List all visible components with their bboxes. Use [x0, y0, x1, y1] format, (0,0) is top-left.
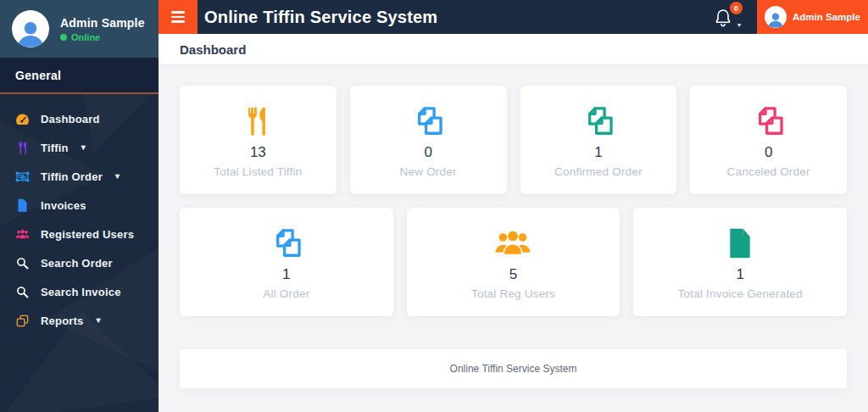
- caret-down-icon: ▾: [737, 21, 741, 29]
- sidebar-section-general: General: [0, 58, 159, 94]
- stat-value: 13: [250, 144, 266, 161]
- caret-down-icon: ▾: [115, 172, 120, 181]
- sidebar-item-invoices[interactable]: Invoices: [0, 191, 159, 220]
- caret-down-icon: ▾: [81, 143, 86, 152]
- stat-card-canceled-order: 0 Canceled Order: [690, 86, 847, 194]
- avatar: [12, 10, 49, 47]
- file-solid-icon: [727, 225, 753, 262]
- copy-pages-icon: [411, 103, 445, 140]
- file-icon: [15, 198, 30, 213]
- copy-pages-icon: [270, 225, 303, 262]
- sidebar-item-label: Reports: [41, 315, 84, 327]
- sidebar-item-tiffin-order[interactable]: Tiffin Order ▾: [0, 162, 159, 191]
- page-title: Dashboard: [159, 34, 868, 65]
- stat-value: 0: [424, 144, 431, 161]
- users-icon: [493, 225, 532, 262]
- sidebar-item-label: Tiffin: [41, 142, 69, 154]
- profile-name: Admin Sample: [60, 16, 145, 30]
- sidebar-item-label: Invoices: [41, 199, 86, 212]
- main-content: 13 Total Listed Tiffin 0 New Order 1 Con: [159, 65, 868, 412]
- stat-label: Total Invoice Generated: [678, 287, 803, 300]
- stat-label: Canceled Order: [727, 165, 810, 178]
- footer: Online Tiffin Service System: [180, 349, 847, 388]
- sidebar-item-label: Search Invoice: [41, 286, 121, 298]
- tachometer-icon: [15, 112, 30, 126]
- avatar: [765, 6, 787, 28]
- sidebar: Admin Sample Online General Dashboard: [0, 0, 159, 412]
- stats-row-2: 1 All Order 5 Total Reg Users: [180, 208, 847, 316]
- stat-label: Total Reg Users: [471, 287, 555, 300]
- sidebar-item-search-invoice[interactable]: Search Invoice: [0, 277, 159, 306]
- clone-icon: [15, 314, 30, 328]
- online-dot-icon: [60, 34, 67, 41]
- users-icon: [15, 227, 30, 242]
- stat-card-new-order: 0 New Order: [350, 86, 507, 194]
- stat-card-all-order: 1 All Order: [180, 208, 393, 316]
- app-title: Online Tiffin Service System: [204, 8, 437, 27]
- caret-down-icon: ▾: [97, 316, 101, 325]
- notification-badge: 0: [730, 2, 743, 14]
- user-menu-button[interactable]: Admin Sample ▾: [757, 0, 868, 34]
- stat-label: New Order: [400, 165, 457, 178]
- copy-pages-icon: [581, 103, 615, 140]
- stat-value: 1: [736, 266, 743, 283]
- stat-card-total-invoice-generated: 1 Total Invoice Generated: [633, 208, 847, 316]
- stat-label: Total Listed Tiffin: [214, 165, 302, 178]
- stat-value: 1: [594, 144, 602, 161]
- notifications-button[interactable]: 0 ▾: [715, 6, 737, 28]
- utensils-icon: [15, 141, 30, 155]
- topbar-user-name: Admin Sample: [793, 12, 860, 22]
- stat-card-confirmed-order: 1 Confirmed Order: [520, 86, 677, 194]
- sidebar-item-label: Dashboard: [41, 113, 100, 125]
- sidebar-item-tiffin[interactable]: Tiffin ▾: [0, 133, 159, 162]
- sidebar-item-label: Registered Users: [41, 228, 134, 241]
- stat-card-total-reg-users: 5 Total Reg Users: [407, 208, 620, 316]
- topbar: Online Tiffin Service System 0 ▾ Admin S…: [159, 0, 868, 34]
- sidebar-item-label: Search Order: [41, 257, 113, 270]
- bell-icon: [715, 8, 732, 27]
- sidebar-item-search-order[interactable]: Search Order: [0, 248, 159, 277]
- person-icon: [14, 17, 47, 47]
- copy-pages-icon: [752, 103, 786, 140]
- sidebar-item-label: Tiffin Order: [41, 170, 103, 183]
- sidebar-item-reports[interactable]: Reports ▾: [0, 306, 159, 335]
- hamburger-menu-button[interactable]: [159, 0, 198, 34]
- object-group-icon: [15, 170, 30, 184]
- sidebar-item-registered-users[interactable]: Registered Users: [0, 220, 159, 248]
- sidebar-item-dashboard[interactable]: Dashboard: [0, 104, 159, 133]
- stat-label: Confirmed Order: [554, 165, 643, 178]
- stat-value: 1: [282, 266, 290, 283]
- utensils-icon: [244, 103, 271, 140]
- stat-value: 5: [509, 266, 517, 283]
- profile-status: Online: [60, 32, 145, 42]
- online-status-label: Online: [71, 32, 100, 42]
- stats-row-1: 13 Total Listed Tiffin 0 New Order 1 Con: [180, 86, 847, 194]
- search-icon: [15, 285, 30, 299]
- sidebar-user-panel: Admin Sample Online: [0, 0, 159, 58]
- stat-label: All Order: [263, 287, 309, 300]
- sidebar-nav: Dashboard Tiffin ▾: [0, 94, 159, 335]
- person-icon: [766, 10, 785, 28]
- search-icon: [15, 256, 30, 270]
- stat-value: 0: [765, 144, 772, 161]
- hamburger-icon: [171, 11, 185, 14]
- stat-card-total-listed-tiffin: 13 Total Listed Tiffin: [180, 86, 337, 194]
